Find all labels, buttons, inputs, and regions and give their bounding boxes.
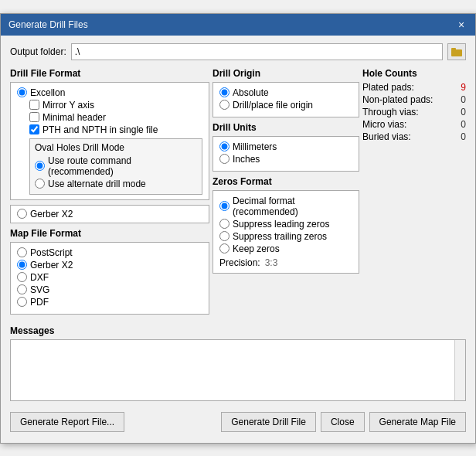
keep-zeros-label: Keep zeros [233, 243, 280, 254]
postscript-radio[interactable] [17, 247, 27, 257]
panel-middle: Drill Origin Absolute Drill/place file o… [212, 68, 359, 319]
dialog: Generate Drill Files × Output folder: Dr… [0, 13, 476, 444]
gerber-x2-radio[interactable] [17, 209, 27, 219]
inches-label: Inches [233, 154, 260, 165]
hole-counts-section: Plated pads: 9 Non-plated pads: 0 Throug… [362, 82, 466, 142]
use-route-radio[interactable] [35, 161, 45, 171]
map-file-format-group: PostScript Gerber X2 DXF SVG [10, 242, 209, 315]
keep-zeros-option[interactable]: Keep zeros [219, 243, 352, 254]
dialog-body: Output folder: Drill File Format Excello… [1, 36, 475, 443]
pdf-radio[interactable] [17, 297, 27, 307]
micro-vias-label: Micro vias: [362, 119, 406, 130]
generate-map-button[interactable]: Generate Map File [369, 412, 466, 432]
generate-report-button[interactable]: Generate Report File... [10, 412, 124, 432]
suppress-leading-zeros-radio[interactable] [219, 219, 230, 229]
inches-radio[interactable] [219, 154, 230, 164]
plated-pads-label: Plated pads: [362, 82, 414, 93]
use-alternate-radio[interactable] [35, 179, 45, 189]
buried-vias-label: Buried vias: [362, 131, 411, 142]
oval-holes-title: Oval Holes Drill Mode [35, 142, 197, 153]
millimeters-label: Millimeters [233, 141, 277, 152]
suppress-leading-zeros-option[interactable]: Suppress leading zeros [219, 219, 352, 230]
messages-section: Messages [10, 325, 466, 401]
absolute-radio[interactable] [219, 87, 230, 97]
map-gerber-x2-radio[interactable] [17, 260, 27, 270]
millimeters-option[interactable]: Millimeters [219, 141, 352, 152]
hole-counts-title: Hole Counts [362, 68, 466, 79]
footer-buttons: Generate Report File... Generate Drill F… [10, 407, 466, 435]
pdf-option[interactable]: PDF [17, 297, 202, 308]
pth-npth-label: PTH and NPTH in single file [42, 124, 158, 135]
svg-option[interactable]: SVG [17, 284, 202, 295]
dxf-label: DXF [30, 272, 49, 283]
decimal-format-radio[interactable] [219, 201, 230, 211]
precision-label: Precision: [219, 257, 260, 268]
through-vias-row: Through vias: 0 [362, 107, 466, 117]
dxf-radio[interactable] [17, 272, 27, 282]
inches-option[interactable]: Inches [219, 154, 352, 165]
drill-file-format-group: Excellon Mirror Y axis Minimal header [10, 82, 209, 200]
minimal-header-checkbox[interactable] [29, 112, 39, 122]
suppress-trailing-zeros-radio[interactable] [219, 231, 230, 241]
decimal-format-option[interactable]: Decimal format (recommended) [219, 196, 352, 217]
svg-label: SVG [30, 284, 49, 295]
drill-place-file-origin-option[interactable]: Drill/place file origin [219, 100, 352, 111]
excellon-option[interactable]: Excellon [17, 87, 202, 98]
drill-units-group: Millimeters Inches [212, 136, 359, 172]
keep-zeros-radio[interactable] [219, 243, 230, 254]
precision-value: 3:3 [265, 257, 278, 268]
output-folder-label: Output folder: [10, 46, 66, 57]
absolute-option[interactable]: Absolute [219, 87, 352, 98]
generate-drill-button[interactable]: Generate Drill File [221, 412, 316, 432]
gerber-x2-label: Gerber X2 [30, 209, 73, 219]
use-route-label: Use route command (recommended) [48, 155, 197, 177]
messages-box[interactable] [10, 339, 466, 401]
zeros-format-title: Zeros Format [212, 176, 359, 187]
absolute-label: Absolute [233, 87, 269, 98]
plated-pads-row: Plated pads: 9 [362, 82, 466, 93]
title-bar: Generate Drill Files × [1, 14, 475, 36]
mirror-y-label: Mirror Y axis [42, 100, 94, 111]
map-gerber-x2-option[interactable]: Gerber X2 [17, 260, 202, 271]
pth-npth-checkbox[interactable] [29, 124, 39, 134]
main-panels: Drill File Format Excellon Mirror Y axis [10, 68, 466, 319]
browse-folder-button[interactable] [447, 43, 466, 60]
precision-row: Precision: 3:3 [219, 257, 352, 268]
use-alternate-option[interactable]: Use alternate drill mode [35, 179, 197, 189]
non-plated-pads-value: 0 [450, 94, 466, 105]
postscript-option[interactable]: PostScript [17, 247, 202, 258]
use-route-option[interactable]: Use route command (recommended) [35, 155, 197, 177]
dxf-option[interactable]: DXF [17, 272, 202, 283]
drill-place-file-origin-radio[interactable] [219, 100, 230, 110]
buried-vias-row: Buried vias: 0 [362, 131, 466, 142]
mirror-y-checkbox[interactable] [29, 100, 39, 110]
dialog-title: Generate Drill Files [8, 19, 88, 30]
millimeters-radio[interactable] [219, 141, 230, 151]
close-icon[interactable]: × [455, 19, 468, 31]
messages-scrollbar[interactable] [454, 340, 465, 400]
non-plated-pads-row: Non-plated pads: 0 [362, 94, 466, 105]
map-file-format-title: Map File Format [10, 228, 209, 239]
pdf-label: PDF [30, 297, 49, 308]
zeros-format-group: Decimal format (recommended) Suppress le… [212, 190, 359, 274]
oval-holes-box: Oval Holes Drill Mode Use route command … [29, 138, 202, 195]
suppress-leading-zeros-label: Suppress leading zeros [233, 219, 329, 230]
svg-rect-0 [451, 49, 462, 56]
pth-npth-checkbox-item[interactable]: PTH and NPTH in single file [29, 124, 202, 135]
buried-vias-value: 0 [450, 131, 466, 142]
output-folder-input[interactable] [71, 43, 443, 60]
drill-origin-title: Drill Origin [212, 68, 359, 79]
drill-origin-group: Absolute Drill/place file origin [212, 82, 359, 117]
decimal-format-label: Decimal format (recommended) [233, 196, 352, 217]
gerber-x2-standalone[interactable]: Gerber X2 [10, 205, 209, 223]
suppress-trailing-zeros-option[interactable]: Suppress trailing zeros [219, 231, 352, 242]
mirror-y-checkbox-item[interactable]: Mirror Y axis [29, 100, 202, 111]
excellon-radio[interactable] [17, 87, 27, 97]
svg-radio[interactable] [17, 284, 27, 294]
close-button[interactable]: Close [321, 412, 365, 432]
folder-icon [451, 47, 462, 56]
use-alternate-label: Use alternate drill mode [48, 179, 146, 189]
minimal-header-checkbox-item[interactable]: Minimal header [29, 112, 202, 123]
plated-pads-value: 9 [450, 82, 466, 93]
output-folder-row: Output folder: [10, 43, 466, 60]
